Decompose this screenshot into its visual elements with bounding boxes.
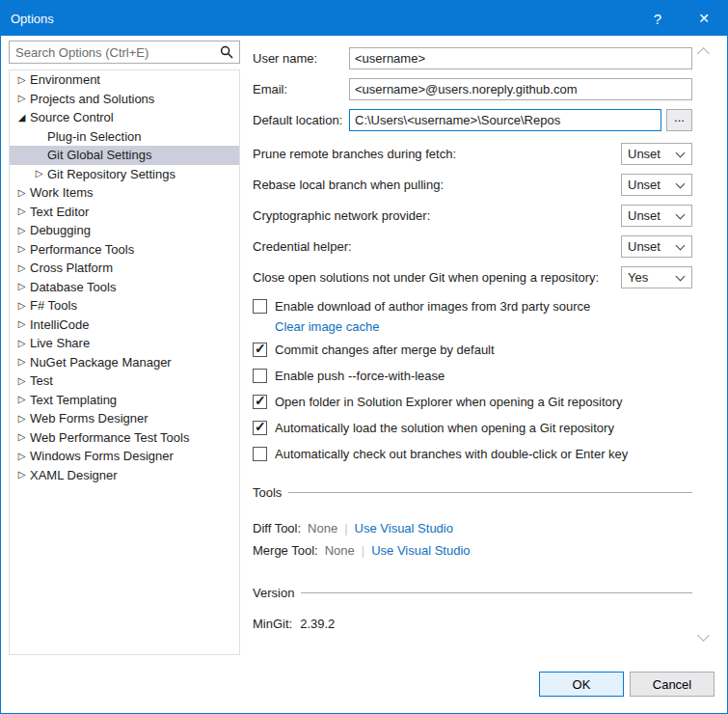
tree-expander-icon[interactable]: ▷ [13,301,30,311]
search-box[interactable] [9,41,240,64]
tree-expander-icon[interactable]: ▷ [13,432,30,442]
email-label: Email: [253,82,349,96]
browse-button[interactable]: ... [666,109,692,131]
tree-expander-icon[interactable]: ▷ [13,357,30,367]
tree-item-source-control[interactable]: ◢ Source Control [10,108,239,127]
help-button[interactable]: ? [634,1,681,36]
tree-expander-icon[interactable]: ▷ [13,414,30,424]
title-bar[interactable]: Options ? ✕ [1,1,727,36]
tree-item-label: Projects and Solutions [30,92,154,106]
tree-item-label: Web Performance Test Tools [30,430,189,445]
cryptographic-network-provider-dropdown[interactable]: Unset [621,205,692,227]
email-row: Email: [253,78,692,100]
email-input[interactable] [349,78,692,100]
open-folder-checkbox[interactable] [253,395,267,409]
settings-pane: User name: Email: Default location: ... … [240,36,727,663]
tree-item-test[interactable]: ▷ Test [10,371,239,391]
tree-item-environment[interactable]: ▷ Environment [10,70,239,90]
tree-expander-icon[interactable]: ▷ [31,169,47,178]
tree-item-label: Plug-in Selection [47,129,142,144]
scroll-down-icon[interactable] [697,629,710,642]
tree-expander-icon[interactable]: ▷ [13,395,30,404]
default-location-label: Default location: [253,113,349,127]
tree-expander-icon[interactable]: ◢ [13,113,30,123]
tree-item-performance-tools[interactable]: ▷ Performance Tools [10,240,239,260]
tree-item-cross-platform[interactable]: ▷ Cross Platform [10,259,239,278]
tree-expander-icon[interactable]: ▷ [13,226,30,235]
tree-item-text-templating[interactable]: ▷ Text Templating [10,391,239,410]
tree-item-projects-and-solutions[interactable]: ▷ Projects and Solutions [10,90,239,109]
tools-section-header: Tools [253,484,692,500]
tree-expander-icon[interactable]: ▷ [13,244,30,254]
credential-helper-dropdown[interactable]: Unset [621,235,692,258]
tree-expander-icon[interactable]: ▷ [13,470,30,480]
tree-item-database-tools[interactable]: ▷ Database Tools [10,278,239,297]
rebase-local-branch-dropdown[interactable]: Unset [621,174,692,196]
search-icon[interactable] [214,45,239,59]
mingit-label: MinGit: [253,617,292,631]
tree-expander-icon[interactable]: ▷ [13,94,30,103]
tree-item-intellicode[interactable]: ▷ IntelliCode [10,316,239,335]
cancel-button[interactable]: Cancel [630,672,715,697]
rebase-local-branch-row: Rebase local branch when pulling: Unset [253,174,692,196]
tree-item-git-repository-settings[interactable]: ▷ Git Repository Settings [10,165,239,184]
setting-label: Cryptographic network provider: [253,208,430,223]
tree-item-xaml-designer[interactable]: ▷ XAML Designer [10,466,239,485]
tree-expander-icon[interactable]: ▷ [13,376,30,386]
merge-use-visual-studio-link[interactable]: Use Visual Studio [371,543,470,558]
diff-use-visual-studio-link[interactable]: Use Visual Studio [355,521,453,536]
tree-expander-icon[interactable]: ▷ [13,206,30,216]
tree-expander-icon[interactable]: ▷ [13,452,30,461]
tree-expander-icon[interactable]: ▷ [13,282,30,291]
tree-item-label: Text Templating [30,393,117,407]
close-button[interactable]: ✕ [681,1,727,36]
checkout-double-click-checkbox[interactable] [253,447,267,461]
tree-expander-icon[interactable]: ▷ [13,188,30,198]
diff-tool-row: Diff Tool: None | Use Visual Studio [253,520,692,536]
combo-value: Unset [628,208,661,223]
merge-tool-label: Merge Tool: [253,543,318,558]
tree-item-label: Live Share [30,336,90,350]
tree-expander-icon[interactable]: ▷ [13,319,30,329]
clear-image-cache-row: Clear image cache [253,317,692,335]
dialog-footer: OK Cancel [1,663,727,713]
clear-image-cache-link[interactable]: Clear image cache [275,319,379,334]
default-location-input[interactable] [349,109,661,131]
chevron-down-icon [676,272,686,282]
tree-item-web-forms-designer[interactable]: ▷ Web Forms Designer [10,409,239,428]
tree-item-nuget-package-manager[interactable]: ▷ NuGet Package Manager [10,353,239,372]
commit-after-merge-checkbox[interactable] [253,343,267,357]
setting-label: Rebase local branch when pulling: [253,178,444,192]
commit-after-merge-row: Commit changes after merge by default [253,341,692,359]
checkbox-label: Enable download of author images from 3r… [275,299,590,314]
close-open-solutions-dropdown[interactable]: Yes [621,266,692,288]
tree-item-web-performance-test-tools[interactable]: ▷ Web Performance Test Tools [10,428,239,448]
ok-button[interactable]: OK [539,672,624,697]
tree-item-text-editor[interactable]: ▷ Text Editor [10,203,239,222]
username-input[interactable] [349,47,692,69]
tree-item-label: Environment [30,72,100,87]
enable-author-images-checkbox[interactable] [253,299,267,314]
combo-value: Unset [628,239,661,254]
tree-item-git-global-settings[interactable]: Git Global Settings [10,146,239,165]
tree-expander-icon[interactable]: ▷ [13,263,30,273]
tree-item-debugging[interactable]: ▷ Debugging [10,221,239,240]
tree-expander-icon[interactable]: ▷ [13,75,30,85]
tree-item-plug-in-selection[interactable]: Plug-in Selection [10,127,239,147]
prune-remote-branches-row: Prune remote branches during fetch: Unse… [253,143,692,165]
tree-item-fsharp-tools[interactable]: ▷ F# Tools [10,296,239,316]
tree-item-live-share[interactable]: ▷ Live Share [10,334,239,353]
force-with-lease-checkbox[interactable] [253,369,267,383]
setting-label: Credential helper: [253,239,352,254]
tree-expander-icon[interactable]: ▷ [13,339,30,348]
search-input[interactable] [10,45,214,60]
checkbox-label: Enable push --force-with-lease [275,369,445,383]
tree-item-work-items[interactable]: ▷ Work Items [10,183,239,203]
auto-load-solution-checkbox[interactable] [253,421,267,435]
scroll-up-icon[interactable] [697,47,710,60]
tree-item-windows-forms-designer[interactable]: ▷ Windows Forms Designer [10,447,239,466]
prune-remote-branches-dropdown[interactable]: Unset [621,143,692,165]
window-title: Options [1,12,54,26]
username-label: User name: [253,51,349,66]
mingit-row: MinGit: 2.39.2 [253,616,692,631]
